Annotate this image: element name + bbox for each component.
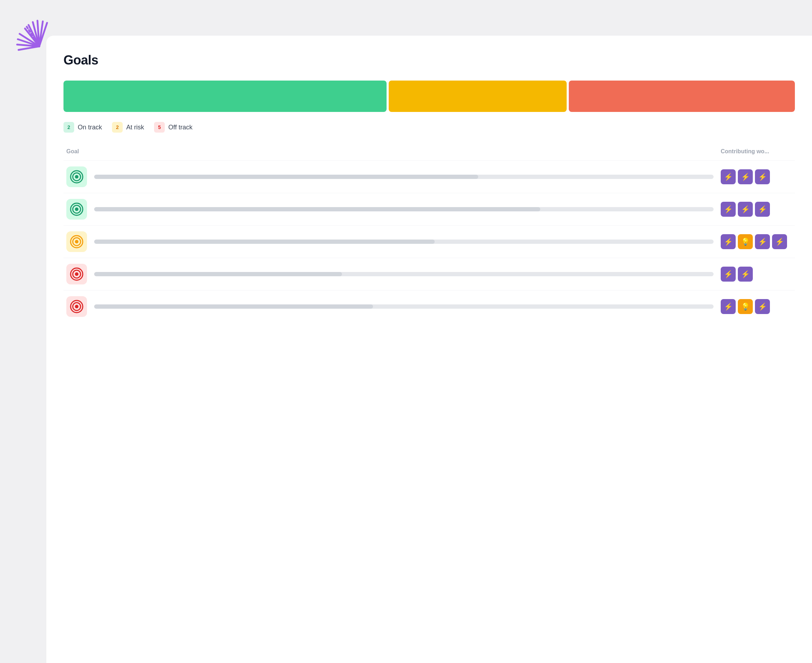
contrib-icon: 💡 — [738, 299, 753, 314]
legend: 2 On track 2 At risk 5 Off track — [63, 122, 795, 133]
goal-bar-fill-2 — [94, 207, 540, 211]
contrib-icon: ⚡ — [721, 202, 736, 217]
svg-point-25 — [75, 305, 78, 308]
goal-bar-bg-5 — [94, 304, 713, 309]
target-icon-red — [70, 300, 83, 313]
contrib-icon: ⚡ — [772, 234, 787, 249]
contributing-icons-4: ⚡ ⚡ — [721, 267, 792, 281]
col-header-goal: Goal — [66, 148, 721, 155]
target-icon-yellow — [70, 235, 83, 249]
goal-row[interactable]: ⚡ 💡 ⚡ — [63, 290, 795, 323]
goal-icon-5 — [66, 296, 87, 317]
progress-bar — [63, 81, 795, 112]
goal-bar-fill-3 — [94, 239, 435, 244]
contrib-icon: ⚡ — [738, 169, 753, 184]
goal-row[interactable]: ⚡ 💡 ⚡ ⚡ — [63, 225, 795, 258]
goal-bar-fill-1 — [94, 175, 478, 179]
contrib-icon: ⚡ — [755, 234, 770, 249]
goal-bar-bg-1 — [94, 175, 713, 179]
page-wrapper: Goals 2 On track 2 At risk 5 Off track G — [0, 0, 812, 663]
label-on-track: On track — [78, 124, 102, 131]
contributing-icons-3: ⚡ 💡 ⚡ ⚡ — [721, 234, 792, 249]
contributing-icons-1: ⚡ ⚡ ⚡ — [721, 169, 792, 184]
legend-on-track: 2 On track — [63, 122, 102, 133]
table-header: Goal Contributing wo... — [63, 148, 795, 155]
goal-icon-1 — [66, 167, 87, 187]
badge-on-track: 2 — [63, 122, 74, 133]
contrib-icon: ⚡ — [755, 202, 770, 217]
legend-at-risk: 2 At risk — [112, 122, 144, 133]
target-icon-green — [70, 170, 83, 184]
goal-bar-bg-2 — [94, 207, 713, 211]
goal-icon-2 — [66, 199, 87, 220]
svg-point-13 — [75, 175, 78, 179]
goal-content-2 — [94, 207, 713, 211]
contrib-icon: ⚡ — [755, 299, 770, 314]
goal-bar-bg-3 — [94, 239, 713, 244]
goal-content-5 — [94, 304, 713, 309]
contrib-icon: ⚡ — [738, 267, 753, 281]
label-off-track: Off track — [168, 124, 193, 131]
svg-line-9 — [19, 46, 39, 50]
goal-icon-3 — [66, 231, 87, 252]
contrib-icon: ⚡ — [738, 202, 753, 217]
contrib-icon: ⚡ — [721, 299, 736, 314]
goal-row[interactable]: ⚡ ⚡ ⚡ — [63, 193, 795, 225]
badge-at-risk: 2 — [112, 122, 123, 133]
goal-bar-fill-4 — [94, 272, 342, 276]
target-icon-red — [70, 267, 83, 281]
goal-bar-bg-4 — [94, 272, 713, 276]
bar-off-track — [569, 81, 795, 112]
goal-bar-fill-5 — [94, 304, 373, 309]
goal-icon-4 — [66, 264, 87, 285]
contrib-icon: 💡 — [738, 234, 753, 249]
svg-point-19 — [75, 240, 78, 243]
goal-row[interactable]: ⚡ ⚡ — [63, 258, 795, 290]
label-at-risk: At risk — [126, 124, 144, 131]
contrib-icon: ⚡ — [755, 169, 770, 184]
goal-row[interactable]: ⚡ ⚡ ⚡ — [63, 160, 795, 193]
contrib-icon: ⚡ — [721, 234, 736, 249]
contrib-icon: ⚡ — [721, 169, 736, 184]
contributing-icons-5: ⚡ 💡 ⚡ — [721, 299, 792, 314]
legend-off-track: 5 Off track — [154, 122, 193, 133]
svg-point-22 — [75, 272, 78, 276]
goal-content-3 — [94, 239, 713, 244]
goal-content-4 — [94, 272, 713, 276]
svg-point-16 — [75, 207, 78, 211]
bar-at-risk — [389, 81, 566, 112]
goal-content-1 — [94, 175, 713, 179]
main-card: Goals 2 On track 2 At risk 5 Off track G — [46, 36, 812, 663]
page-title: Goals — [63, 53, 795, 68]
col-header-contributing: Contributing wo... — [721, 148, 792, 155]
badge-off-track: 5 — [154, 122, 165, 133]
contrib-icon: ⚡ — [721, 267, 736, 281]
target-icon-green — [70, 202, 83, 216]
contributing-icons-2: ⚡ ⚡ ⚡ — [721, 202, 792, 217]
bar-on-track — [63, 81, 387, 112]
